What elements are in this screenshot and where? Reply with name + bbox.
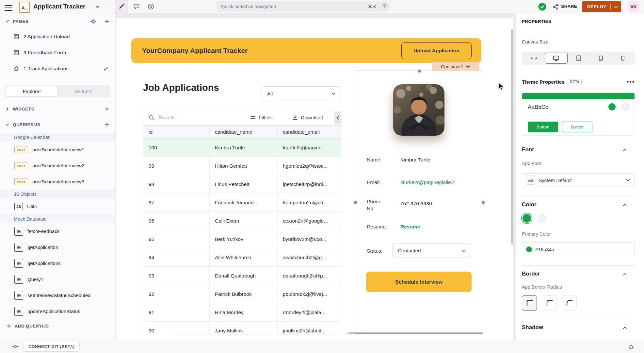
color-swatch-neutral[interactable] bbox=[538, 214, 546, 223]
app-name-chevron-icon[interactable] bbox=[95, 5, 100, 9]
table-cell[interactable]: Jany Mullins bbox=[210, 322, 278, 334]
deploy-button[interactable]: DEPLOY bbox=[582, 1, 621, 12]
canvas-size-tablet-icon[interactable] bbox=[590, 53, 612, 64]
border-radius-large-option[interactable] bbox=[562, 295, 577, 311]
theme-button-outline[interactable]: Button bbox=[562, 122, 592, 132]
add-query-icon[interactable] bbox=[104, 122, 110, 127]
query-item[interactable]: fetchFeedback bbox=[0, 223, 115, 239]
download-button[interactable]: Download bbox=[292, 114, 323, 121]
user-avatar[interactable]: VK bbox=[628, 1, 639, 12]
status-dropdown[interactable]: Contacted bbox=[392, 244, 471, 258]
email-link[interactable]: kturtle2r@paginegialle.it bbox=[400, 179, 455, 185]
table-cell[interactable]: Hilton Gemlett bbox=[210, 157, 278, 175]
table-cell[interactable]: 91 bbox=[143, 303, 210, 321]
resize-handle-top[interactable] bbox=[418, 69, 421, 73]
resume-link[interactable]: Resume bbox=[400, 224, 420, 230]
table-cell[interactable]: Berk Yurikov bbox=[210, 230, 278, 248]
table-cell[interactable]: 99 bbox=[143, 157, 210, 175]
table-cell[interactable]: pbulbrook2j@livej... bbox=[278, 285, 341, 303]
table-cell[interactable]: Rina Mordey bbox=[210, 303, 278, 321]
border-section-header[interactable]: Border bbox=[522, 271, 540, 277]
table-cell[interactable]: 98 bbox=[143, 175, 210, 193]
table-row[interactable]: 93Donall Qualtroughdqualtrough2k@p... bbox=[143, 267, 341, 285]
border-radius-sharp-option[interactable] bbox=[522, 295, 537, 311]
app-font-select[interactable]: Aa System Default bbox=[522, 173, 635, 187]
table-row[interactable]: 99Hilton Gemletthgemlett2q@istoc... bbox=[143, 157, 341, 175]
table-cell[interactable]: Patrick Bulbrook bbox=[210, 285, 278, 303]
border-radius-medium-option[interactable] bbox=[542, 295, 557, 311]
query-item[interactable]: JSUtils bbox=[0, 198, 115, 214]
tab-widgets[interactable]: Widgets bbox=[58, 86, 109, 96]
query-item[interactable]: Query1 bbox=[0, 271, 115, 287]
table-cell[interactable]: kturtle2r@pagine... bbox=[278, 139, 341, 157]
table-cell[interactable]: lpetschelt2p@indi... bbox=[278, 175, 341, 193]
table-cell[interactable]: 97 bbox=[143, 193, 210, 211]
preview-button[interactable] bbox=[144, 0, 157, 13]
shadow-collapse-icon[interactable] bbox=[622, 326, 627, 330]
table-cell[interactable]: Calli Exton bbox=[210, 212, 278, 230]
collapse-panel-button[interactable] bbox=[334, 111, 341, 124]
table-cell[interactable]: Allie Whitchurch bbox=[210, 248, 278, 266]
table-cell[interactable]: cexton2n@google... bbox=[278, 212, 341, 230]
canvas-size-fluid-icon[interactable] bbox=[523, 53, 545, 64]
table-row[interactable]: 96Calli Extoncexton2n@google... bbox=[143, 212, 341, 230]
query-item[interactable]: POSTpostScheduleInterview1 bbox=[0, 142, 115, 158]
theme-menu-button[interactable]: ••• bbox=[627, 78, 635, 85]
app-header-banner[interactable]: YourCompany Applicant Tracker Upload App… bbox=[131, 38, 481, 63]
share-icon[interactable] bbox=[553, 4, 559, 10]
border-collapse-icon[interactable] bbox=[622, 272, 627, 277]
table-cell[interactable]: ftemperton2o@ch... bbox=[278, 193, 341, 211]
table-cell[interactable]: byurikov2m@uco... bbox=[278, 230, 341, 248]
canvas-size-tablet-landscape-icon[interactable] bbox=[568, 53, 590, 64]
canvas-vertical-scrollbar[interactable] bbox=[511, 29, 513, 244]
table-cell[interactable]: 93 bbox=[143, 267, 210, 285]
table-cell[interactable]: Kimbra Turtle bbox=[210, 139, 278, 157]
edit-mode-button[interactable] bbox=[115, 0, 128, 13]
table-row[interactable]: 98Linus Petscheltlpetschelt2p@indi... bbox=[143, 175, 341, 193]
tab-explorer[interactable]: Explorer bbox=[6, 86, 58, 96]
table-row[interactable]: 95Berk Yurikovbyurikov2m@uco... bbox=[143, 230, 341, 248]
table-cell[interactable]: hgemlett2q@istoc... bbox=[278, 157, 341, 175]
status-filter-select[interactable]: All bbox=[262, 86, 341, 101]
sidebar-page-item[interactable]: 3 Feeedback Form bbox=[0, 47, 115, 58]
comments-button[interactable] bbox=[130, 0, 143, 13]
table-cell[interactable]: rmordey2i@plala... bbox=[278, 303, 341, 321]
theme-button-filled[interactable]: Button bbox=[528, 122, 558, 132]
query-item[interactable]: setInterviewStatusScheduled bbox=[0, 287, 115, 303]
table-cell[interactable]: awhitchurch2l@g... bbox=[278, 248, 341, 266]
quick-search-input[interactable]: Quick search & navigation ⌘ K bbox=[217, 1, 381, 12]
table-search-input[interactable]: Search... bbox=[159, 115, 179, 121]
query-item[interactable]: POSTpostScheduleInterview3 bbox=[0, 174, 115, 190]
app-logo[interactable]: a_ bbox=[19, 2, 30, 13]
shadow-section-header[interactable]: Shadow bbox=[522, 324, 543, 331]
share-button[interactable]: SHARE bbox=[561, 0, 577, 13]
color-section-header[interactable]: Color bbox=[522, 201, 536, 208]
deploy-chevron-icon[interactable] bbox=[611, 5, 621, 9]
add-widget-icon[interactable] bbox=[104, 106, 110, 112]
add-query-js-button[interactable]: ADD QUERY/JS bbox=[7, 324, 49, 328]
table-cell[interactable]: 92 bbox=[143, 285, 210, 303]
resize-handle-right[interactable] bbox=[481, 201, 485, 204]
connect-git-button[interactable]: CONNECT GIT (BETA) bbox=[24, 342, 80, 352]
add-page-icon[interactable] bbox=[104, 19, 110, 24]
table-row[interactable]: 94Allie Whitchurchawhitchurch2l@g... bbox=[143, 248, 341, 267]
widgets-section-header[interactable]: WIDGETS bbox=[5, 106, 110, 112]
help-button[interactable]: ? bbox=[379, 1, 390, 12]
font-section-header[interactable]: Font bbox=[522, 146, 534, 153]
table-column-header[interactable]: candidate_email bbox=[278, 126, 341, 138]
debug-bug-icon[interactable] bbox=[628, 343, 635, 350]
table-cell[interactable]: Linus Petschelt bbox=[210, 175, 278, 193]
table-cell[interactable]: 96 bbox=[143, 212, 210, 230]
hamburger-menu-icon[interactable] bbox=[5, 4, 12, 12]
sidebar-page-item[interactable]: 2 Application Upload bbox=[0, 31, 115, 42]
table-cell[interactable]: 100 bbox=[143, 139, 210, 157]
table-row[interactable]: 100Kimbra Turtlekturtle2r@pagine... bbox=[143, 139, 341, 157]
table-row[interactable]: 97Friedrick Tempert...ftemperton2o@ch... bbox=[143, 193, 341, 212]
table-cell[interactable]: 90 bbox=[143, 322, 210, 334]
pages-header[interactable]: PAGES bbox=[5, 18, 110, 25]
table-column-header[interactable]: id bbox=[143, 126, 210, 138]
theme-accent-circle[interactable] bbox=[608, 103, 616, 110]
font-collapse-icon[interactable] bbox=[622, 148, 627, 153]
table-row[interactable]: 92Patrick Bulbrookpbulbrook2j@livej... bbox=[143, 285, 341, 303]
canvas-size-desktop-icon[interactable] bbox=[545, 53, 568, 64]
